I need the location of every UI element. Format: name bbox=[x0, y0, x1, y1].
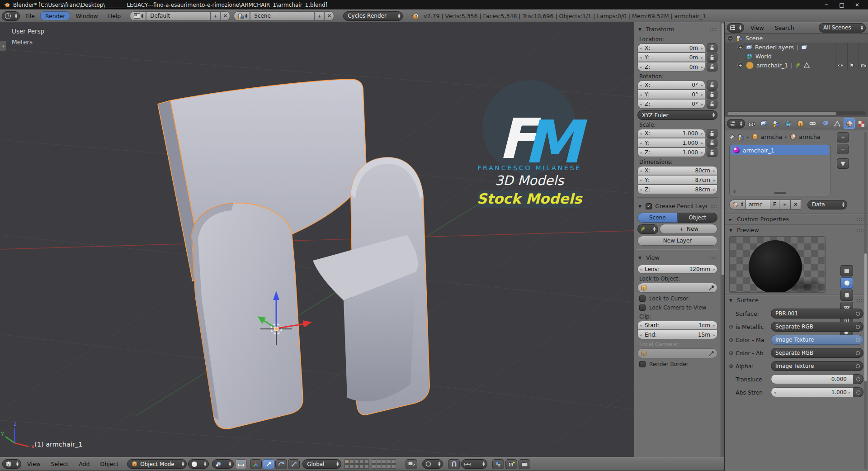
snap-element-selector[interactable]: ▲▼ bbox=[461, 459, 487, 469]
expand-icon[interactable]: + bbox=[737, 44, 743, 50]
maximize-button[interactable]: □ bbox=[834, 0, 849, 10]
outliner-item-label[interactable]: World bbox=[755, 53, 772, 60]
scale-x-field[interactable]: ◂X:1.000▸ bbox=[637, 129, 705, 138]
panel-drag-dots-icon[interactable] bbox=[857, 299, 863, 302]
translucency-slider[interactable]: 0.000 bbox=[771, 374, 854, 384]
absorption-strength-field[interactable]: ◂1.000▸ bbox=[771, 387, 854, 397]
editor-type-selector[interactable]: i ▲▼ bbox=[2, 11, 20, 21]
lock-camera-checkbox[interactable] bbox=[639, 304, 646, 311]
tab-render-layers[interactable] bbox=[758, 118, 769, 129]
add-slot-button[interactable]: ＋ bbox=[837, 132, 849, 143]
outliner-row-world[interactable]: World bbox=[725, 52, 868, 61]
grease-source-scene-tab[interactable]: Scene bbox=[637, 213, 678, 223]
new-layer-button[interactable]: New Layer bbox=[637, 236, 717, 246]
panel-drag-dots-icon[interactable] bbox=[710, 256, 717, 259]
renderability-camera-icon[interactable] bbox=[860, 63, 867, 68]
new-material-button[interactable]: ＋ bbox=[779, 200, 791, 209]
delete-scene-button[interactable]: ✕ bbox=[324, 11, 334, 21]
expand-input-icon[interactable]: ⊕ bbox=[726, 363, 736, 369]
local-camera-field[interactable] bbox=[637, 348, 717, 358]
lock-to-object-field[interactable] bbox=[637, 283, 717, 293]
add-layout-button[interactable]: ＋ bbox=[210, 11, 220, 21]
layer-grid-right[interactable] bbox=[372, 459, 396, 469]
editor-type-selector[interactable]: ▲▼ bbox=[727, 23, 744, 33]
properties-vertical-scrollbar[interactable] bbox=[864, 132, 867, 469]
layer-cell[interactable] bbox=[344, 459, 349, 464]
lock-scale-x-button[interactable] bbox=[707, 129, 717, 138]
pivot-point-selector[interactable]: ▲▼ bbox=[212, 459, 234, 469]
transform-orientation-selector[interactable]: Global ▲▼ bbox=[302, 459, 341, 469]
armchair-model[interactable] bbox=[158, 79, 429, 429]
lock-scale-z-button[interactable] bbox=[707, 148, 717, 157]
lock-to-cursor-row[interactable]: Lock to Cursor bbox=[639, 295, 716, 302]
location-z-field[interactable]: ◂Z:0m▸ bbox=[637, 62, 705, 71]
expand-input-icon[interactable]: ⊕ bbox=[726, 324, 736, 330]
tab-texture[interactable] bbox=[856, 118, 867, 129]
outliner-item-label[interactable]: RenderLayers bbox=[755, 44, 794, 51]
screen-layout-icon-button[interactable]: ▲▼ bbox=[130, 11, 146, 21]
slot-specials-button[interactable]: ▼ bbox=[837, 158, 849, 169]
lens-field[interactable]: ◂Lens:120mm▸ bbox=[637, 265, 717, 274]
render-engine-selector[interactable]: Cycles Render ▲▼ bbox=[343, 11, 403, 21]
render-border-checkbox[interactable] bbox=[639, 361, 646, 367]
fake-user-button[interactable]: F bbox=[770, 200, 779, 209]
remove-slot-button[interactable]: − bbox=[837, 144, 849, 154]
minimize-button[interactable]: ─ bbox=[819, 0, 834, 10]
material-slot-list[interactable]: armchair_1 ⊕ bbox=[729, 144, 830, 196]
editor-type-selector[interactable]: ▲▼ bbox=[2, 459, 21, 469]
manipulator-translate-axes-button[interactable] bbox=[250, 459, 262, 469]
object-cube-icon[interactable] bbox=[752, 133, 758, 140]
view-panel-header[interactable]: ▼ View bbox=[637, 252, 718, 263]
clip-start-field[interactable]: ◂Start:1cm▸ bbox=[637, 321, 717, 330]
node-socket-button[interactable] bbox=[854, 374, 863, 384]
render-opengl-button[interactable] bbox=[492, 459, 504, 469]
menu-help[interactable]: Help bbox=[104, 10, 126, 22]
scroll-thumb[interactable] bbox=[864, 253, 867, 381]
tab-world[interactable] bbox=[783, 118, 794, 129]
clip-end-field[interactable]: ◂End:15m▸ bbox=[637, 330, 717, 339]
toolshelf-expand-tab[interactable]: ＋ bbox=[0, 40, 7, 51]
scene-icon[interactable] bbox=[738, 134, 744, 140]
node-input-selector[interactable]: Image Texture bbox=[771, 335, 863, 345]
editor-type-selector[interactable]: ▲▼ bbox=[727, 119, 745, 128]
location-x-field[interactable]: ◂X:0m▸ bbox=[637, 43, 705, 52]
grease-source-object-tab[interactable]: Object bbox=[678, 213, 718, 223]
tab-modifiers[interactable] bbox=[819, 118, 830, 129]
breadcrumb-material[interactable]: armcha bbox=[799, 133, 820, 140]
node-input-selector[interactable]: Image Texture bbox=[771, 361, 863, 371]
rotation-z-field[interactable]: ◂Z:0°▸ bbox=[637, 100, 705, 109]
expand-input-icon[interactable]: ⊕ bbox=[726, 337, 736, 343]
layer-grid-left[interactable] bbox=[344, 459, 369, 469]
tab-scene[interactable] bbox=[770, 118, 782, 129]
tab-constraints[interactable] bbox=[807, 118, 818, 129]
manipulator-rotate-button[interactable] bbox=[275, 459, 287, 469]
custom-properties-panel-header[interactable]: ► Custom Properties bbox=[725, 214, 868, 224]
node-socket-button[interactable] bbox=[854, 387, 863, 397]
panel-drag-dots-icon[interactable] bbox=[710, 28, 717, 31]
lock-scale-y-button[interactable] bbox=[707, 138, 717, 147]
menu-window[interactable]: Window bbox=[71, 10, 102, 22]
preview-cube-button[interactable] bbox=[840, 290, 853, 301]
expand-icon[interactable]: + bbox=[737, 62, 743, 68]
outliner-row-renderlayers[interactable]: + RenderLayers | bbox=[725, 43, 868, 52]
menu-view[interactable]: View bbox=[23, 457, 45, 471]
selectability-cursor-icon[interactable] bbox=[850, 62, 855, 68]
viewport-3d[interactable]: F M FRANCESCO MILANESE 3D Models Stock M… bbox=[0, 22, 724, 457]
mode-selector[interactable]: Object Mode ▲▼ bbox=[127, 459, 187, 469]
material-name-field[interactable]: armc bbox=[746, 200, 770, 209]
tab-data[interactable] bbox=[831, 118, 843, 129]
menu-select[interactable]: Select bbox=[47, 457, 73, 471]
outliner-row-armchair[interactable]: + armchair_1 | bbox=[725, 61, 868, 70]
screen-layout-selector[interactable]: Default bbox=[146, 11, 210, 21]
tab-object[interactable] bbox=[795, 118, 806, 129]
browse-material-button[interactable]: ▲▼ bbox=[729, 200, 746, 209]
rotation-x-field[interactable]: ◂X:0°▸ bbox=[637, 81, 705, 90]
unlink-material-button[interactable]: ✕ bbox=[791, 200, 801, 209]
mesh-data-icon[interactable] bbox=[804, 62, 810, 68]
add-scene-button[interactable]: ＋ bbox=[314, 11, 324, 21]
layer-selector[interactable] bbox=[344, 459, 396, 469]
lock-rotation-z-button[interactable] bbox=[707, 100, 717, 109]
grease-pencil-checkbox[interactable]: ✓ bbox=[646, 203, 652, 209]
pin-icon[interactable] bbox=[729, 134, 735, 140]
material-sphere-icon[interactable] bbox=[790, 133, 796, 140]
